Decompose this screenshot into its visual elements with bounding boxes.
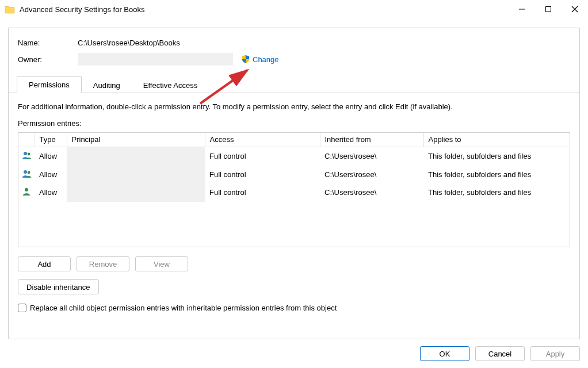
owner-label: Owner:: [18, 55, 78, 64]
svg-rect-1: [546, 7, 551, 12]
folder-icon: [5, 4, 15, 14]
owner-value-masked: [78, 53, 233, 66]
titlebar: Advanced Security Settings for Books: [0, 0, 588, 18]
column-inherited[interactable]: Inherited from: [320, 133, 423, 147]
svg-point-8: [25, 188, 28, 191]
cell-access: Full control: [205, 147, 320, 165]
tab-effective-access[interactable]: Effective Access: [132, 78, 209, 93]
replace-checkbox-row: Replace all child object permission entr…: [9, 294, 579, 312]
column-icon[interactable]: [18, 133, 35, 147]
info-text: For additional information, double-click…: [9, 93, 579, 116]
add-button[interactable]: Add: [18, 256, 71, 271]
view-button[interactable]: View: [135, 256, 188, 271]
cell-type: Allow: [35, 183, 67, 202]
svg-point-7: [28, 171, 30, 174]
column-applies[interactable]: Applies to: [423, 133, 570, 147]
tab-permissions[interactable]: Permissions: [17, 76, 82, 93]
column-principal[interactable]: Principal: [67, 133, 205, 147]
cell-access: Full control: [205, 165, 320, 183]
svg-point-5: [28, 152, 30, 155]
cell-applies: This folder, subfolders and files: [423, 147, 570, 165]
cell-inherited: C:\Users\rosee\: [320, 147, 423, 165]
change-owner-link[interactable]: Change: [253, 55, 279, 64]
window-controls: [509, 0, 588, 18]
remove-button[interactable]: Remove: [77, 256, 129, 271]
entry-buttons-row: Add Remove View: [9, 247, 579, 271]
name-value: C:\Users\rosee\Desktop\Books: [78, 39, 180, 47]
window-title: Advanced Security Settings for Books: [20, 5, 145, 14]
name-row: Name: C:\Users\rosee\Desktop\Books: [18, 39, 570, 47]
cell-access: Full control: [205, 183, 320, 202]
disable-inheritance-button[interactable]: Disable inheritance: [18, 279, 99, 294]
replace-checkbox[interactable]: [18, 304, 26, 312]
name-label: Name:: [18, 39, 78, 47]
svg-point-6: [24, 170, 27, 174]
table-header-row: Type Principal Access Inherited from App…: [18, 133, 570, 147]
cell-applies: This folder, subfolders and files: [423, 165, 570, 183]
tabs: Permissions Auditing Effective Access: [9, 76, 579, 93]
cancel-button[interactable]: Cancel: [475, 346, 525, 361]
close-button[interactable]: [562, 0, 588, 18]
apply-button[interactable]: Apply: [530, 346, 580, 361]
svg-point-4: [24, 152, 27, 155]
replace-checkbox-label: Replace all child object permission entr…: [30, 304, 337, 312]
minimize-button[interactable]: [509, 0, 535, 18]
maximize-button[interactable]: [535, 0, 562, 18]
cell-type: Allow: [35, 165, 67, 183]
owner-row: Owner: Change: [18, 53, 570, 66]
table-row[interactable]: Allow Full control C:\Users\rosee\ This …: [18, 147, 570, 165]
users-icon: [22, 170, 32, 178]
ok-button[interactable]: OK: [420, 346, 469, 361]
permission-table[interactable]: Type Principal Access Inherited from App…: [18, 132, 570, 247]
column-type[interactable]: Type: [35, 133, 67, 147]
main-frame: Name: C:\Users\rosee\Desktop\Books Owner…: [8, 28, 580, 339]
tab-auditing[interactable]: Auditing: [82, 78, 132, 93]
cell-type: Allow: [35, 147, 67, 165]
cell-applies: This folder, subfolders and files: [423, 183, 570, 202]
entries-label: Permission entries:: [9, 116, 579, 132]
cell-inherited: C:\Users\rosee\: [320, 165, 423, 183]
column-access[interactable]: Access: [205, 133, 320, 147]
dialog-footer: OK Cancel Apply: [420, 346, 580, 361]
users-icon: [22, 151, 32, 159]
principal-masked: [67, 147, 205, 202]
user-icon: [22, 187, 32, 195]
cell-inherited: C:\Users\rosee\: [320, 183, 423, 202]
properties-section: Name: C:\Users\rosee\Desktop\Books Owner…: [9, 28, 579, 76]
shield-icon: [241, 55, 250, 64]
